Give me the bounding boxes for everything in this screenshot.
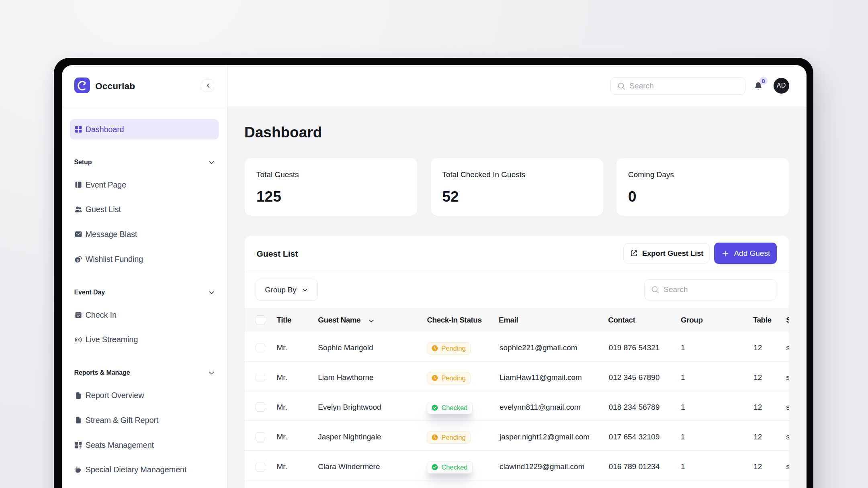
svg-text:$: $ bbox=[76, 258, 79, 262]
